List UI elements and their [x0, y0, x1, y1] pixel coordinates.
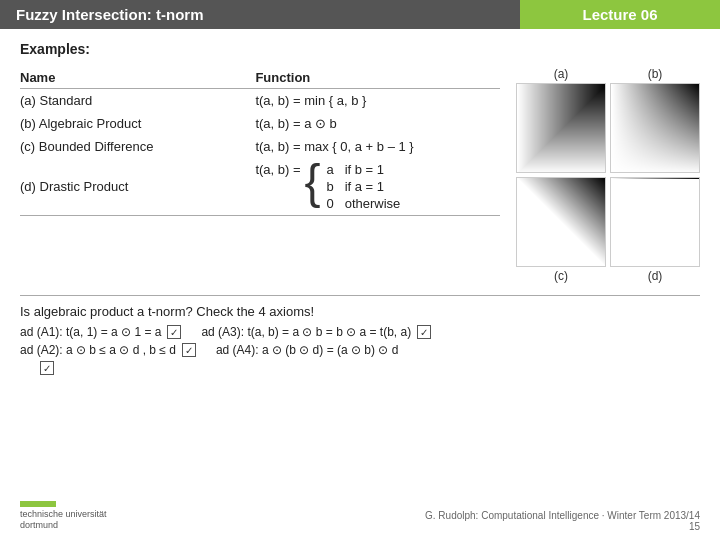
logo-text: technische universität dortmund [20, 509, 107, 532]
grid-col-labels: (a) (b) [516, 67, 700, 83]
drastic-function: t(a, b) = { a if b = 1 b if a = 1 0 othe… [255, 162, 492, 211]
checkbox-a3[interactable]: ✓ [417, 325, 431, 339]
axiom-a4-check-row: ✓ [20, 361, 700, 375]
col-header-name: Name [20, 67, 255, 89]
canvas-drastic [611, 178, 700, 267]
logo-line-1: technische universität [20, 509, 107, 519]
table-area: Name Function (a) Standard t(a, b) = min… [20, 67, 700, 285]
canvas-algebraic [611, 84, 700, 173]
row-name-a: (a) Standard [20, 89, 255, 113]
table-row: (c) Bounded Difference t(a, b) = max { 0… [20, 135, 500, 158]
table-row: (a) Standard t(a, b) = min { a, b } [20, 89, 500, 113]
axiom-a3-label: ad (A3): t(a, b) = a ⊙ b = b ⊙ a = t(b, … [201, 325, 411, 339]
axiom-item-a3: ad (A3): t(a, b) = a ⊙ b = b ⊙ a = t(b, … [201, 325, 431, 339]
row-name-b: (b) Algebraic Product [20, 112, 255, 135]
grid-col-label-a: (a) [516, 67, 606, 83]
grid-cell-a [516, 83, 606, 173]
page-header: Fuzzy Intersection: t-norm Lecture 06 [0, 0, 720, 29]
drastic-prefix: t(a, b) = [255, 162, 300, 177]
col-header-function: Function [255, 67, 500, 89]
header-lecture: Lecture 06 [520, 0, 720, 29]
header-title: Fuzzy Intersection: t-norm [0, 0, 520, 29]
checkbox-a4[interactable]: ✓ [40, 361, 54, 375]
main-content: Examples: Name Function (a) Standard t(a… [0, 29, 720, 383]
drastic-case-1: a if b = 1 [327, 162, 401, 177]
row-function-c: t(a, b) = max { 0, a + b – 1 } [255, 135, 500, 158]
brace-icon: { [305, 158, 321, 206]
grid-row-label-d: (d) [610, 269, 700, 285]
canvas-standard [517, 84, 606, 173]
checkbox-a2[interactable]: ✓ [182, 343, 196, 357]
bottom-section: Is algebraic product a t-norm? Check the… [20, 295, 700, 375]
logo-bar [20, 501, 56, 507]
axiom-item-a1: ad (A1): t(a, 1) = a ⊙ 1 = a ✓ [20, 325, 181, 339]
axiom-row-2: ad (A2): a ⊙ b ≤ a ⊙ d , b ≤ d ✓ ad (A4)… [20, 343, 700, 357]
axiom-item-a2: ad (A2): a ⊙ b ≤ a ⊙ d , b ≤ d ✓ [20, 343, 196, 357]
row-function-b: t(a, b) = a ⊙ b [255, 112, 500, 135]
footer-right: G. Rudolph: Computational Intelligence ·… [425, 510, 700, 532]
axiom-a4-label: ad (A4): a ⊙ (b ⊙ d) = (a ⊙ b) ⊙ d [216, 343, 398, 357]
row-name-c: (c) Bounded Difference [20, 135, 255, 158]
logo-line-2: dortmund [20, 520, 58, 530]
axiom-a2-label: ad (A2): a ⊙ b ≤ a ⊙ d , b ≤ d [20, 343, 176, 357]
table-left: Name Function (a) Standard t(a, b) = min… [20, 67, 500, 216]
axiom-a4-check: ✓ [40, 361, 700, 375]
axiom-item-a4: ad (A4): a ⊙ (b ⊙ d) = (a ⊙ b) ⊙ d [216, 343, 398, 357]
drastic-case-3: 0 otherwise [327, 196, 401, 211]
check-question: Is algebraic product a t-norm? Check the… [20, 304, 700, 319]
axiom-a1-label: ad (A1): t(a, 1) = a ⊙ 1 = a [20, 325, 161, 339]
footer-citation: G. Rudolph: Computational Intelligence ·… [425, 510, 700, 521]
page-footer: technische universität dortmund G. Rudol… [0, 501, 720, 532]
row-function-a: t(a, b) = min { a, b } [255, 89, 500, 113]
row-function-d: t(a, b) = { a if b = 1 b if a = 1 0 othe… [255, 158, 500, 216]
row-name-d: (d) Drastic Product [20, 158, 255, 216]
grid-col-label-b: (b) [610, 67, 700, 83]
grid-cell-b [610, 83, 700, 173]
table-row: (d) Drastic Product t(a, b) = { a if b =… [20, 158, 500, 216]
grid-cell-d [610, 177, 700, 267]
table-row: (b) Algebraic Product t(a, b) = a ⊙ b [20, 112, 500, 135]
axiom-row-1: ad (A1): t(a, 1) = a ⊙ 1 = a ✓ ad (A3): … [20, 325, 700, 339]
grid-cell-c [516, 177, 606, 267]
checkbox-a1[interactable]: ✓ [167, 325, 181, 339]
grid-row-labels: (c) (d) [516, 269, 700, 285]
footer-page: 15 [425, 521, 700, 532]
canvas-bounded [517, 178, 606, 267]
examples-table: Name Function (a) Standard t(a, b) = min… [20, 67, 500, 216]
section-title: Examples: [20, 41, 700, 57]
drastic-case-2: b if a = 1 [327, 179, 401, 194]
drastic-cases: a if b = 1 b if a = 1 0 otherwise [327, 162, 401, 211]
footer-logo: technische universität dortmund [20, 501, 107, 532]
grid-row-label-c: (c) [516, 269, 606, 285]
grid-container: (a) (b) (c) (d) [500, 67, 700, 285]
grid-images [516, 83, 700, 267]
